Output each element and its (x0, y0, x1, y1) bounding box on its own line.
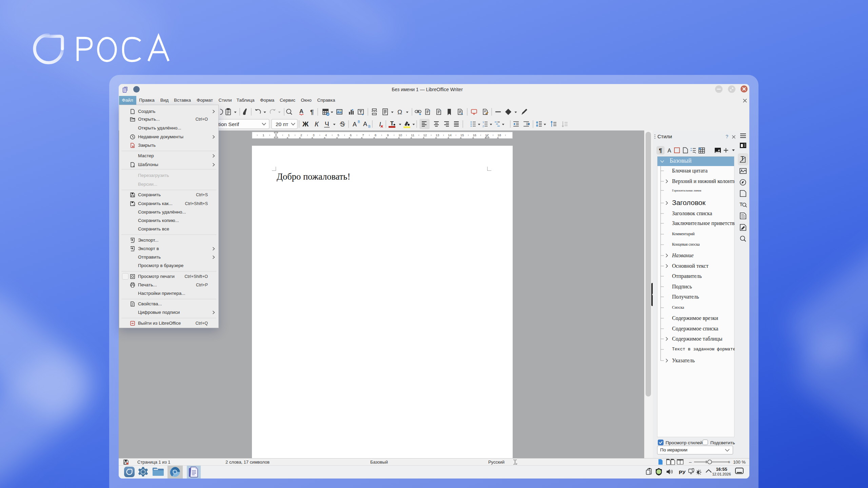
svg-text:Концевая сноска: Концевая сноска (672, 242, 700, 247)
svg-text:A: A (299, 108, 303, 115)
svg-text:Содержимое врезки: Содержимое врезки (672, 315, 718, 321)
svg-text:Ω: Ω (397, 108, 402, 116)
svg-text:Основной текст: Основной текст (672, 263, 708, 269)
svg-text:9: 9 (387, 133, 389, 137)
svg-text:1: 1 (262, 133, 264, 137)
svg-text:5: 5 (337, 133, 339, 137)
svg-text:8: 8 (375, 133, 376, 137)
svg-text:10: 10 (398, 133, 402, 137)
svg-text:Ч: Ч (325, 120, 329, 127)
svg-text:Горизонтальная линия: Горизонтальная линия (672, 189, 701, 192)
svg-text:Блочная цитата: Блочная цитата (672, 168, 708, 174)
svg-text:Заголовок списка: Заголовок списка (672, 210, 712, 216)
svg-text:12: 12 (423, 133, 427, 137)
svg-text:I: I (379, 121, 381, 128)
svg-text:Отправитель: Отправитель (672, 273, 702, 279)
svg-text:T: T (739, 201, 743, 207)
svg-text:РУ: РУ (679, 469, 686, 475)
svg-text:20 пт: 20 пт (276, 121, 288, 127)
svg-text:¶: ¶ (310, 108, 314, 116)
svg-text:Заголовок: Заголовок (672, 199, 706, 206)
svg-text:13: 13 (436, 133, 439, 137)
svg-text:B: B (368, 125, 371, 128)
svg-text:К: К (315, 120, 319, 128)
svg-text:Заключительное приветстви: Заключительное приветстви (672, 220, 735, 226)
svg-text:–: – (689, 459, 692, 465)
svg-text:1: 1 (429, 109, 431, 112)
svg-text:Комментарий: Комментарий (672, 232, 695, 236)
svg-text:Верхний и нижний колонти: Верхний и нижний колонти (672, 178, 735, 184)
svg-text:1: 1 (288, 133, 290, 137)
svg-text:Содержимое таблицы: Содержимое таблицы (672, 336, 723, 342)
svg-text:i: i (440, 109, 441, 112)
svg-text:18: 18 (497, 133, 501, 137)
svg-text:Сноска: Сноска (672, 305, 684, 309)
svg-text:A: A (363, 121, 367, 127)
svg-text:1: 1 (482, 121, 484, 124)
svg-text:B: B (358, 120, 360, 124)
svg-text:T: T (390, 120, 394, 127)
svg-text:Текст в заданном формате: Текст в заданном формате (672, 347, 735, 352)
svg-text:2: 2 (482, 125, 484, 128)
svg-text:11: 11 (411, 133, 414, 137)
svg-text:6: 6 (350, 133, 352, 137)
svg-text:Получатель: Получатель (672, 294, 699, 300)
svg-text:A: A (353, 121, 357, 128)
svg-text:7: 7 (362, 133, 364, 137)
svg-text:Содержимое списка: Содержимое списка (672, 326, 718, 332)
svg-text:Ж: Ж (302, 120, 309, 128)
svg-text:14: 14 (448, 133, 452, 137)
svg-text:4: 4 (325, 133, 327, 137)
svg-text:tion Serif: tion Serif (218, 121, 239, 127)
svg-text:Название: Название (672, 252, 694, 258)
svg-text:Подпись: Подпись (672, 284, 692, 290)
svg-text:Указатель: Указатель (672, 358, 695, 363)
svg-text:3: 3 (313, 133, 314, 137)
svg-text:¶: ¶ (659, 147, 662, 154)
svg-text:2: 2 (300, 133, 302, 137)
svg-text:A: A (668, 148, 671, 154)
svg-text:16: 16 (473, 133, 476, 137)
svg-text:15: 15 (460, 133, 464, 137)
